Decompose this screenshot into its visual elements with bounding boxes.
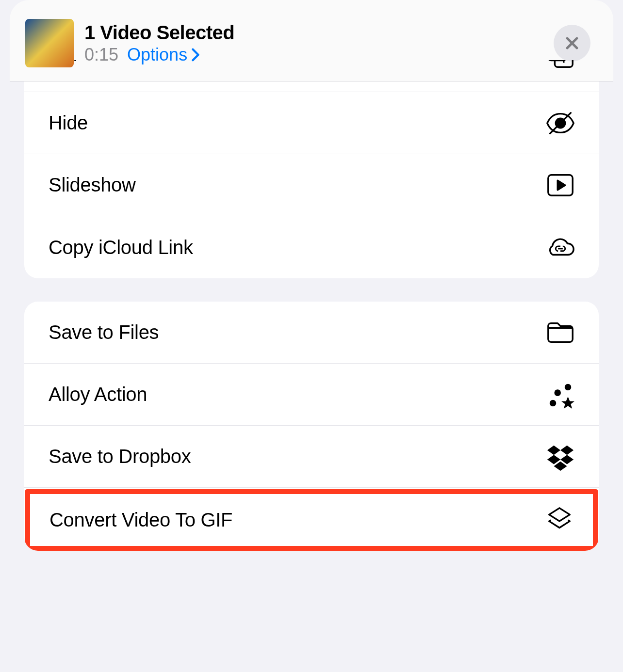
duplicate-icon	[545, 60, 575, 70]
share-sheet: 1 Video Selected 0:15 Options Duplicate	[10, 0, 613, 672]
selection-title: 1 Video Selected	[84, 22, 554, 44]
save-to-files-label: Save to Files	[49, 321, 159, 343]
alloy-icon	[545, 380, 575, 410]
svg-marker-14	[561, 396, 574, 408]
svg-point-11	[554, 389, 561, 396]
slideshow-label: Slideshow	[49, 174, 136, 196]
play-rectangle-icon	[545, 170, 575, 200]
chevron-right-icon	[190, 48, 201, 62]
actions-group-1: Duplicate Hide	[24, 60, 599, 278]
svg-point-12	[565, 384, 572, 390]
svg-marker-16	[560, 445, 574, 454]
header-text: 1 Video Selected 0:15 Options	[84, 22, 554, 65]
duplicate-label: Duplicate	[49, 60, 128, 62]
copy-icloud-link-row[interactable]: Copy iCloud Link	[24, 216, 599, 278]
hide-label: Hide	[49, 112, 88, 134]
icloud-link-icon	[545, 232, 575, 262]
svg-point-13	[550, 400, 557, 406]
actions-content: Duplicate Hide	[10, 60, 613, 551]
copy-icloud-link-label: Copy iCloud Link	[49, 237, 193, 258]
alloy-action-row[interactable]: Alloy Action	[24, 364, 599, 426]
convert-video-to-gif-label: Convert Video To GIF	[49, 509, 232, 531]
svg-marker-15	[547, 445, 560, 454]
close-icon	[564, 35, 580, 51]
save-to-dropbox-label: Save to Dropbox	[49, 446, 191, 467]
alloy-action-label: Alloy Action	[49, 384, 147, 405]
convert-video-to-gif-row[interactable]: Convert Video To GIF	[25, 489, 598, 551]
actions-group-2: Save to Files Alloy Action	[24, 302, 599, 551]
save-to-dropbox-row[interactable]: Save to Dropbox	[24, 426, 599, 488]
duplicate-row[interactable]: Duplicate	[24, 60, 599, 92]
dropbox-icon	[545, 442, 575, 472]
shortcuts-icon	[544, 505, 574, 535]
folder-icon	[545, 318, 575, 348]
save-to-files-row[interactable]: Save to Files	[24, 302, 599, 364]
svg-marker-8	[557, 180, 565, 190]
hide-icon	[545, 108, 575, 138]
hide-row[interactable]: Hide	[24, 92, 599, 154]
slideshow-row[interactable]: Slideshow	[24, 154, 599, 216]
close-button[interactable]	[554, 25, 590, 62]
